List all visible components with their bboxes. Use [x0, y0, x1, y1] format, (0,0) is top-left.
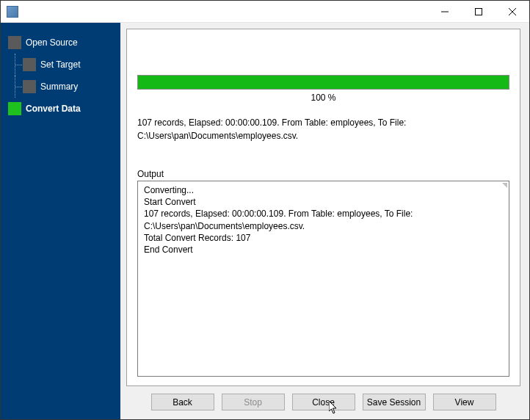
titlebar — [1, 1, 529, 23]
main-area: 100 % 107 records, Elapsed: 00:00:00.109… — [120, 23, 529, 419]
content-panel: 100 % 107 records, Elapsed: 00:00:00.109… — [126, 29, 520, 386]
nav-set-target[interactable]: Set Target — [1, 54, 120, 76]
output-line: End Convert — [144, 244, 503, 256]
status-text: 107 records, Elapsed: 00:00:00.109. From… — [137, 116, 509, 142]
nav-summary[interactable]: Summary — [1, 76, 120, 98]
close-button[interactable]: Close — [292, 394, 355, 410]
output-line: Converting... — [144, 184, 503, 196]
app-icon — [7, 6, 18, 18]
nav-convert-data[interactable]: Convert Data — [1, 98, 120, 120]
step-icon — [23, 58, 36, 71]
output-label: Output — [137, 169, 509, 179]
output-line: Start Convert — [144, 196, 503, 208]
step-icon — [8, 36, 21, 49]
save-session-button[interactable]: Save Session — [363, 394, 426, 410]
output-textbox[interactable]: Converting...Start Convert107 records, E… — [137, 181, 509, 377]
progress-percent: 100 % — [137, 93, 509, 103]
scroll-hint-icon — [502, 183, 507, 188]
nav-label: Convert Data — [26, 104, 81, 114]
maximize-button[interactable] — [462, 1, 495, 23]
step-icon — [8, 102, 21, 115]
nav-label: Set Target — [40, 59, 80, 70]
minimize-button[interactable] — [428, 1, 462, 23]
wizard-sidebar: Open Source Set Target Summary Convert D… — [1, 23, 120, 419]
back-button[interactable]: Back — [151, 394, 214, 410]
window-close-button[interactable] — [495, 1, 529, 23]
output-line: 107 records, Elapsed: 00:00:00.109. From… — [144, 208, 503, 231]
nav-label: Summary — [40, 82, 78, 92]
nav-label: Open Source — [26, 37, 78, 48]
nav-open-source[interactable]: Open Source — [1, 32, 120, 54]
output-line: Total Convert Records: 107 — [144, 232, 503, 244]
stop-button: Stop — [222, 394, 285, 410]
view-button[interactable]: View — [433, 394, 496, 410]
svg-rect-1 — [476, 8, 482, 15]
step-icon — [23, 80, 36, 93]
progress-bar — [137, 75, 509, 90]
wizard-button-row: Back Stop Close Save Session View — [126, 386, 520, 413]
